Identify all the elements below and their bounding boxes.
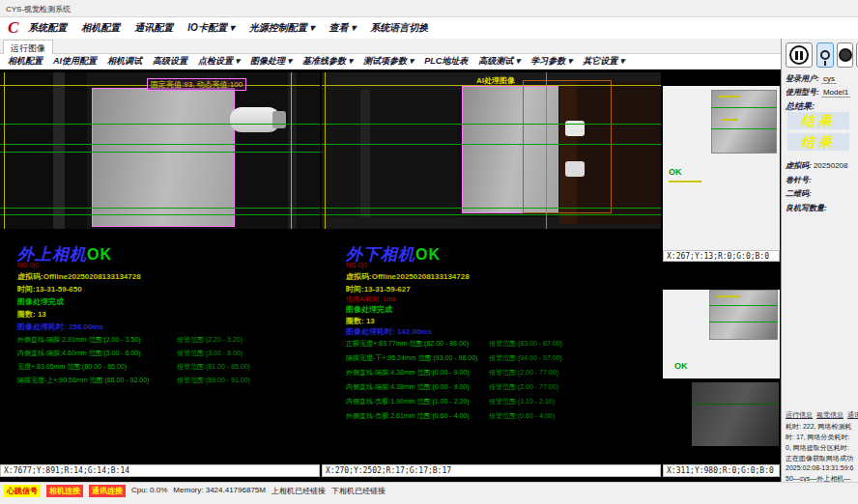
tab-run-image[interactable]: 运行图像 [3, 40, 53, 54]
title-bar: CYS-视觉检测系统 [0, 0, 858, 17]
ai-time: 使用AI耗时: 1ms [346, 294, 396, 304]
ai-detection-box [523, 80, 612, 213]
ng-info: NG:0|0 [17, 262, 39, 268]
model-row: 使用型号: Model1 [786, 87, 850, 98]
camera-view-button[interactable] [816, 42, 834, 68]
menu-system-config[interactable]: 系统配置 [28, 21, 67, 35]
login-user-value: cys [821, 74, 837, 84]
measurement-value: 隔膜宽度-上+:90.56mm 范围:(88.00 - 92.00) [17, 376, 177, 385]
tool-advanced-settings[interactable]: 高级设置 [153, 55, 187, 68]
magenta-reference-line [546, 72, 547, 229]
tool-other-settings[interactable]: 其它设置 ▾ [583, 55, 624, 68]
menu-io-config[interactable]: IO卡配置 ▾ [187, 21, 234, 35]
menu-view[interactable]: 查看 ▾ [329, 21, 357, 35]
login-user-label: 登录用户: [786, 74, 819, 83]
tool-learning-params[interactable]: 学习参数 ▾ [530, 55, 572, 68]
info-tab-comm[interactable]: 通讯信息 [847, 410, 858, 420]
coordinate-readout: X:267;Y:13;R:0;G:0;B:0 [663, 250, 780, 262]
menu-light-control[interactable]: 光源控制配置 ▾ [249, 21, 315, 35]
tool-plc-address[interactable]: PLC地址表 [424, 55, 468, 68]
machinery-shadow [322, 72, 457, 229]
menu-comm-config[interactable]: 通讯配置 [134, 21, 173, 35]
virtual-code: 虚拟码:Offline20250208133134728 [17, 271, 141, 282]
tool-camera-config[interactable]: 相机配置 [8, 55, 43, 68]
qr-code-label: 二维码: [786, 188, 812, 199]
measure-line [322, 124, 661, 125]
info-tab-vision[interactable]: 视觉信息 [816, 410, 844, 420]
tool-advanced-test[interactable]: 高级测试 ▾ [478, 55, 520, 68]
coordinate-readout-left: X:7677;Y:891;R:14;G:14;B:14 [0, 464, 320, 477]
pause-button[interactable] [786, 42, 813, 68]
tool-ai-config[interactable]: AI使用配置 [53, 55, 97, 68]
alarm-range: 报警范围:(2.20 - 3.20) [177, 335, 243, 345]
annotation-mark [669, 181, 701, 182]
comm-link-badge: 通讯连接 [89, 485, 126, 497]
menu-camera-config[interactable]: 相机配置 [81, 21, 120, 35]
capture-time: 时间:13-31-59-627 [346, 284, 411, 294]
tool-baseline-params[interactable]: 基准线参数 ▾ [302, 55, 353, 68]
tool-spot-check[interactable]: 点检设置 ▾ [198, 55, 240, 68]
measurement-row: 外侧直线-负极:2.61mm 范围:(0.60 - 4.00) 报警范围:(0.… [346, 411, 555, 421]
alarm-range: 报警范围:(0.60 - 4.00) [489, 411, 555, 421]
measure-line [709, 305, 778, 306]
lens-icon [839, 48, 852, 62]
process-done: 图像处理完成 [346, 304, 392, 315]
heartbeat-badge: 心跳信号 [4, 485, 41, 497]
result-badge-top: 结果 [787, 112, 849, 129]
measure-line [0, 208, 320, 209]
tool-image-processing[interactable]: 图像处理 ▾ [250, 55, 292, 68]
cpu-usage: Cpu: 0.0% [131, 485, 167, 494]
process-time: 图像处理耗时: 258.00ms [17, 322, 103, 332]
alarm-range: 报警范围:(83.00 - 87.00) [489, 339, 562, 349]
measurement-row: 宽度+:83.05mm 范围:(80.00 - 86.00) 报警范围:(81.… [17, 362, 250, 372]
alarm-range: 报警范围:(3.00 - 8.00) [177, 349, 243, 358]
capture-time: 时间:13-31-59-650 [17, 284, 82, 294]
login-user-row: 登录用户: cys [786, 73, 837, 84]
model-select[interactable]: Model1 [821, 88, 850, 98]
ng-info: NG:0|0 [346, 262, 367, 268]
write-count-label: 良机写数量: [786, 203, 827, 213]
measurement-row: 外侧直线-隔膜:2.91mm 范围:(2.00 - 3.50) 报警范围:(2.… [17, 335, 243, 345]
measure-line [0, 152, 320, 153]
alarm-range: 报警范围:(1.10 - 2.10) [489, 397, 555, 406]
window-title: CYS-视觉检测系统 [6, 4, 71, 14]
measurement-value: 内侧直线-隔膜:4.60mm 范围:(3.00 - 6.00) [17, 349, 177, 358]
reference-line-vertical [325, 72, 326, 229]
measure-line [711, 107, 777, 108]
alarm-range: 报警范围:(81.00 - 85.00) [177, 362, 250, 372]
info-tab-run[interactable]: 运行信息 [786, 410, 813, 420]
tool-test-params[interactable]: 测试项参数 ▾ [363, 55, 414, 68]
measure-line [322, 208, 661, 209]
camera-status: OK [87, 246, 112, 263]
measurement-row: 外侧直线-隔膜:4.38mm 范围:(0.00 - 9.00) 报警范围:(2.… [346, 368, 558, 378]
alarm-range: 报警范围:(94.00 - 97.00) [489, 353, 562, 363]
measure-line [322, 214, 661, 215]
coordinate-readout: X:311;Y:980;R:0;G:0;B:0 [663, 464, 780, 477]
status-bar: 心跳信号 相机连接 通讯连接 Cpu: 0.0% Memory: 3424.41… [0, 482, 858, 504]
right-sidebar: 登录用户: cys 使用型号: Model1 总结果: 结果 结果 虚拟码: 2… [781, 39, 858, 482]
measurement-value: 内侧直线-隔膜:4.38mm 范围:(0.00 - 9.00) [346, 382, 489, 392]
measurement-row: 内侧直线-隔膜:4.60mm 范围:(3.00 - 6.00) 报警范围:(3.… [17, 349, 243, 358]
cell-region-outline [92, 88, 235, 227]
machinery-shadow [235, 72, 320, 229]
reference-line-vertical [291, 72, 292, 229]
annotation-mark [723, 119, 738, 121]
preview-photo-dim [692, 382, 779, 446]
preview-photo [711, 90, 777, 154]
menu-language-switch[interactable]: 系统语言切换 [370, 21, 428, 35]
memory-usage: Memory: 3424.41796875M [173, 485, 266, 494]
ai-image-label: AI处理图像 [476, 75, 515, 86]
preview-status: OK [674, 361, 688, 371]
measurement-row: 隔膜宽度-上+:90.56mm 范围:(88.00 - 92.00) 报警范围:… [17, 376, 250, 385]
tool-camera-debug[interactable]: 相机调试 [107, 55, 142, 68]
measurement-value: 外侧直线-隔膜:2.91mm 范围:(2.00 - 3.50) [17, 335, 177, 345]
measure-line [711, 128, 777, 129]
app-logo-icon: C [8, 18, 18, 38]
measurement-row: 隔膜宽度-下+:95.24mm 范围:(93.00 - 98.00) 报警范围:… [346, 353, 562, 363]
settings-button[interactable] [837, 42, 853, 68]
measurement-value: 隔膜宽度-下+:95.24mm 范围:(93.00 - 98.00) [346, 353, 489, 363]
brightness-annotation: 固定亮值:93, 动态亮值:100 [147, 78, 246, 91]
preview-image-bottom: OK X:311;Y:980;R:0;G:0;B:0 [663, 268, 780, 477]
process-done: 图像处理完成 [17, 296, 64, 307]
turn-count: 圈数: 13 [346, 316, 375, 326]
